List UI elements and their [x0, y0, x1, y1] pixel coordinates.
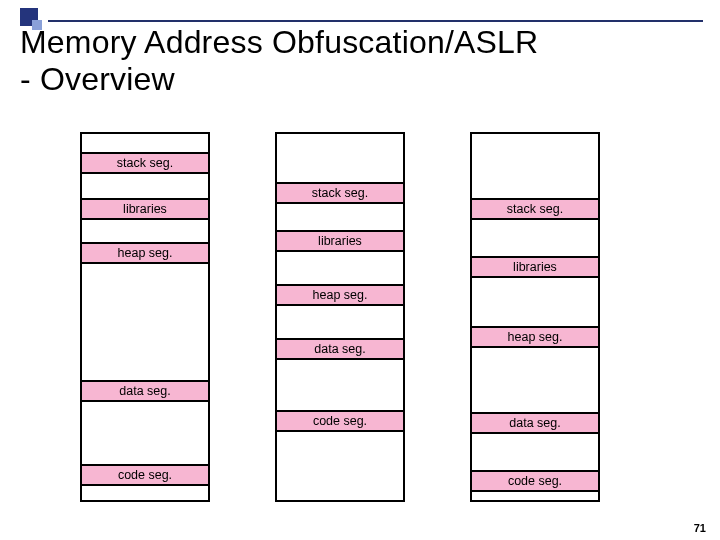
- segment-libraries: libraries: [470, 256, 600, 278]
- segment-data: data seg.: [275, 338, 405, 360]
- slide-title: Memory Address Obfuscation/ASLR - Overvi…: [20, 24, 538, 98]
- segment-stack: stack seg.: [80, 152, 210, 174]
- segment-heap: heap seg.: [470, 326, 600, 348]
- segment-heap: heap seg.: [80, 242, 210, 264]
- segment-code: code seg.: [80, 464, 210, 486]
- title-line-1: Memory Address Obfuscation/ASLR: [20, 24, 538, 60]
- slide: Memory Address Obfuscation/ASLR - Overvi…: [0, 0, 720, 540]
- segment-libraries: libraries: [275, 230, 405, 252]
- segment-data: data seg.: [80, 380, 210, 402]
- segment-code: code seg.: [275, 410, 405, 432]
- segment-libraries: libraries: [80, 198, 210, 220]
- segment-stack: stack seg.: [275, 182, 405, 204]
- memory-column-2: stack seg. libraries heap seg. data seg.…: [275, 132, 405, 502]
- page-number: 71: [694, 522, 706, 534]
- segment-heap: heap seg.: [275, 284, 405, 306]
- memory-column-3: stack seg. libraries heap seg. data seg.…: [470, 132, 600, 502]
- title-line-2: - Overview: [20, 61, 175, 97]
- memory-layout-diagram: stack seg. libraries heap seg. data seg.…: [80, 132, 640, 502]
- segment-stack: stack seg.: [470, 198, 600, 220]
- segment-data: data seg.: [470, 412, 600, 434]
- title-rule: [48, 20, 703, 22]
- segment-code: code seg.: [470, 470, 600, 492]
- memory-column-1: stack seg. libraries heap seg. data seg.…: [80, 132, 210, 502]
